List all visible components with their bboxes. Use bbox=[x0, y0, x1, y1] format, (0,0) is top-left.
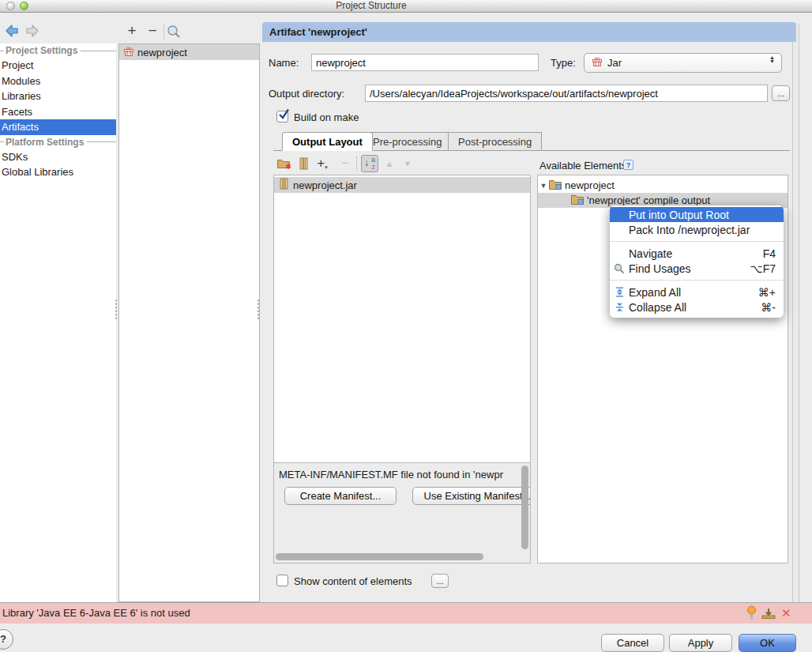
manifest-message: META-INF/MANIFEST.MF file not found in '… bbox=[279, 469, 528, 481]
module-folder-icon bbox=[571, 194, 584, 207]
sidebar-item-libraries[interactable]: Libraries bbox=[0, 89, 116, 104]
section-platform-settings: Platform Settings bbox=[0, 135, 116, 149]
horizontal-scrollbar[interactable] bbox=[276, 553, 483, 560]
menu-separator bbox=[610, 241, 784, 242]
tab-post-processing[interactable]: Post-processing bbox=[448, 132, 542, 151]
settings-sidebar: Project Settings Project Modules Librari… bbox=[0, 43, 116, 602]
show-content-label: Show content of elements bbox=[294, 574, 412, 590]
help-icon[interactable]: ? bbox=[623, 160, 633, 170]
move-down-button[interactable]: ▼ bbox=[401, 155, 414, 172]
window-title: Project Structure bbox=[261, 0, 482, 12]
context-menu: Put into Output Root Pack Into /newproje… bbox=[610, 205, 784, 318]
browse-button[interactable]: ... bbox=[772, 85, 790, 101]
sidebar-item-project[interactable]: Project bbox=[0, 58, 116, 73]
use-existing-manifest-button[interactable]: Use Existing Manifest... bbox=[412, 487, 531, 505]
sort-alphabetically-button[interactable]: ↓ a z bbox=[361, 155, 378, 172]
name-label: Name: bbox=[269, 55, 299, 71]
vertical-scrollbar[interactable] bbox=[521, 465, 528, 549]
jar-tree-item[interactable]: newproject.jar bbox=[274, 177, 530, 193]
project-structure-dialog: Project Structure + − Project Settings P… bbox=[0, 0, 812, 652]
problem-bar: Library 'Java EE 6-Java EE 6' is not use… bbox=[0, 602, 812, 624]
jar-file-icon bbox=[279, 178, 289, 192]
menu-item-expand-all[interactable]: Expand All ⌘+ bbox=[610, 285, 784, 300]
menu-separator bbox=[610, 280, 784, 281]
menu-item-find-usages[interactable]: Find Usages ⌥F7 bbox=[610, 261, 784, 276]
build-on-make-label: Build on make bbox=[294, 110, 359, 126]
artifact-header: Artifact 'newproject' bbox=[262, 22, 796, 42]
tree-row-newproject[interactable]: ▼ newproject bbox=[538, 178, 788, 193]
sidebar-item-sdks[interactable]: SDKs bbox=[0, 149, 116, 165]
splitter-handle[interactable] bbox=[115, 299, 118, 321]
manifest-panel: META-INF/MANIFEST.MF file not found in '… bbox=[273, 463, 531, 563]
new-folder-icon[interactable] bbox=[277, 155, 292, 172]
menu-item-put-into-output-root[interactable]: Put into Output Root bbox=[610, 207, 784, 222]
sort-arrow-icon: ↓ bbox=[364, 157, 369, 168]
help-button[interactable]: ? bbox=[0, 629, 13, 650]
remove-artifact-button[interactable]: − bbox=[144, 22, 161, 41]
element-options-button[interactable]: ... bbox=[431, 574, 449, 588]
move-up-button[interactable]: ▲ bbox=[383, 155, 396, 172]
remove-element-button[interactable]: − bbox=[339, 155, 351, 172]
search-icon[interactable] bbox=[167, 24, 181, 41]
menu-item-navigate[interactable]: Navigate F4 bbox=[610, 246, 784, 261]
expand-all-icon bbox=[610, 287, 629, 297]
toolbar-separator bbox=[164, 24, 164, 40]
sidebar-item-modules[interactable]: Modules bbox=[0, 73, 116, 89]
menu-item-collapse-all[interactable]: Collapse All ⌘- bbox=[610, 300, 784, 315]
build-on-make-checkbox[interactable] bbox=[276, 111, 288, 122]
splitter-handle[interactable] bbox=[257, 299, 260, 321]
artifact-icon bbox=[123, 46, 134, 59]
type-dropdown[interactable]: Jar ▲▼ bbox=[584, 53, 782, 73]
add-element-button[interactable]: +▾ bbox=[315, 155, 329, 172]
toolbar-separator bbox=[356, 156, 357, 171]
apply-button[interactable]: Apply bbox=[669, 634, 732, 652]
tree-row-label: 'newproject' compile output bbox=[587, 194, 710, 206]
show-content-checkbox[interactable] bbox=[276, 575, 288, 586]
sidebar-item-artifacts[interactable]: Artifacts bbox=[0, 119, 116, 135]
new-archive-icon[interactable] bbox=[299, 155, 309, 172]
name-input[interactable] bbox=[311, 54, 539, 71]
output-layout-tree: newproject.jar bbox=[273, 175, 531, 463]
collapse-all-icon bbox=[610, 302, 629, 312]
create-manifest-button[interactable]: Create Manifest... bbox=[284, 487, 397, 505]
fix-download-icon[interactable] bbox=[761, 608, 776, 622]
artifact-list-item[interactable]: newproject bbox=[119, 44, 259, 60]
window-close-button[interactable] bbox=[6, 2, 15, 10]
type-label: Type: bbox=[551, 55, 576, 71]
jar-type-icon bbox=[592, 56, 603, 70]
artifact-item-label: newproject bbox=[137, 47, 187, 58]
type-value: Jar bbox=[607, 57, 622, 69]
lightbulb-icon[interactable] bbox=[746, 605, 757, 624]
tree-expand-icon[interactable]: ▼ bbox=[538, 182, 549, 190]
menu-item-pack-into[interactable]: Pack Into /newproject.jar bbox=[610, 222, 784, 237]
artifact-list: newproject bbox=[118, 43, 260, 602]
tree-row-label: newproject bbox=[565, 179, 615, 191]
cancel-button[interactable]: Cancel bbox=[601, 634, 664, 652]
find-usages-icon bbox=[610, 263, 629, 274]
window-titlebar: Project Structure bbox=[0, 0, 812, 13]
right-scroll-strip bbox=[792, 24, 799, 602]
section-project-settings: Project Settings bbox=[0, 43, 116, 58]
tab-pre-processing[interactable]: Pre-processing bbox=[363, 132, 452, 151]
dropdown-stepper-icon: ▲▼ bbox=[769, 55, 775, 63]
tab-output-layout[interactable]: Output Layout bbox=[282, 132, 373, 151]
output-directory-label: Output directory: bbox=[269, 86, 344, 102]
problem-message: Library 'Java EE 6-Java EE 6' is not use… bbox=[2, 603, 190, 624]
window-zoom-button[interactable] bbox=[20, 2, 28, 10]
sidebar-item-global-libraries[interactable]: Global Libraries bbox=[0, 164, 116, 180]
sidebar-item-facets[interactable]: Facets bbox=[0, 104, 116, 120]
close-icon[interactable]: ✕ bbox=[781, 603, 791, 624]
forward-arrow-icon[interactable] bbox=[24, 23, 41, 40]
checkmark-icon bbox=[278, 108, 291, 121]
ok-button[interactable]: OK bbox=[739, 634, 796, 652]
back-arrow-icon[interactable] bbox=[5, 23, 22, 40]
jar-item-label: newproject.jar bbox=[293, 179, 357, 191]
add-artifact-button[interactable]: + bbox=[123, 22, 141, 41]
available-elements-title: Available Elements bbox=[539, 158, 626, 174]
output-directory-input[interactable] bbox=[365, 85, 768, 102]
module-folder-icon bbox=[549, 179, 562, 192]
dropdown-caret-icon: ▾ bbox=[325, 164, 328, 171]
